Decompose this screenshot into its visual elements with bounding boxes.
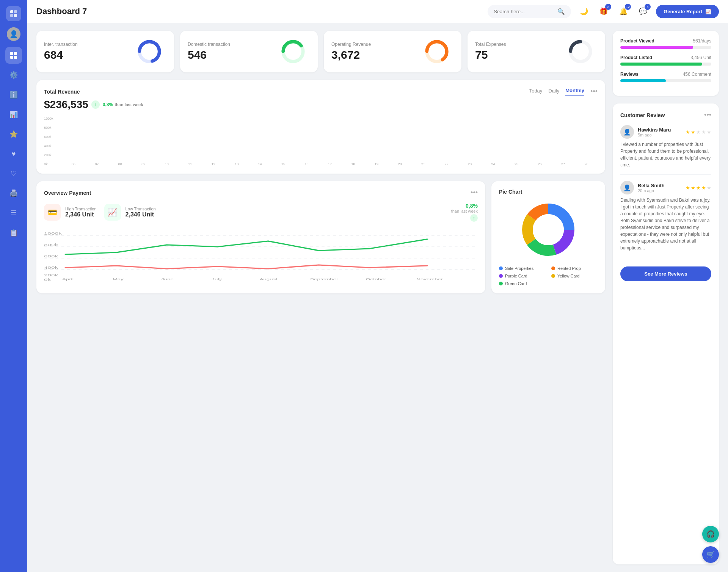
- svg-text:May: May: [113, 277, 124, 281]
- pie-container: Sale Properties Rented Prop Purple Card …: [499, 199, 598, 286]
- stat-chart-3: [567, 38, 598, 65]
- sidebar-item-dashboard[interactable]: [5, 47, 22, 64]
- bar-group: 19: [365, 160, 388, 166]
- progress-item-0: Product Viewed 561/days: [620, 38, 711, 49]
- dark-mode-toggle[interactable]: 🌙: [577, 5, 591, 18]
- stat-card-info-3: Total Expenses 75: [475, 42, 506, 61]
- sidebar-item-analytics[interactable]: 📊: [5, 106, 22, 123]
- legend-item-2: Purple Card: [499, 274, 545, 278]
- donut-svg-1: [280, 38, 306, 65]
- payment-stats: 💳 High Transaction 2,346 Unit 📈 Low Tran…: [44, 203, 478, 222]
- generate-report-button[interactable]: Generate Report 📈: [656, 5, 719, 18]
- bar-group: 07: [85, 160, 108, 166]
- see-more-reviews-button[interactable]: See More Reviews: [620, 266, 711, 281]
- content-right: Product Viewed 561/days Product Listed 3…: [613, 31, 719, 564]
- stat-chart-2: [424, 38, 454, 65]
- progress-fill-1: [620, 63, 702, 66]
- payment-trend-label: than last week: [451, 209, 478, 213]
- payment-title: Overview Payment: [44, 190, 91, 196]
- revenue-card: Total Revenue TodayDailyMonthly ••• $236…: [36, 80, 605, 174]
- search-icon: 🔍: [557, 8, 565, 15]
- revenue-tabs: TodayDailyMonthly •••: [529, 88, 598, 96]
- bar-group: 18: [342, 160, 364, 166]
- reviews-menu-dots[interactable]: •••: [704, 111, 711, 119]
- bar-group: 24: [482, 160, 504, 166]
- bar-group: 20: [389, 160, 411, 166]
- svg-text:800k: 800k: [44, 243, 58, 247]
- bar-group: 16: [295, 160, 318, 166]
- payment-up-icon: ↑: [470, 214, 478, 222]
- avatar[interactable]: 👤: [7, 27, 20, 41]
- stat-chart-0: [136, 38, 166, 65]
- bar-group: 13: [225, 160, 248, 166]
- svg-text:1000k: 1000k: [44, 232, 62, 235]
- sidebar: 👤 ⚙️ ℹ️ 📊 ⭐ ♥ ♡ 🖨️ ☰ 📋: [0, 0, 27, 572]
- revenue-header: Total Revenue TodayDailyMonthly •••: [44, 88, 598, 96]
- bell-badge: 12: [625, 4, 631, 10]
- sidebar-item-list[interactable]: 📋: [5, 224, 22, 241]
- sidebar-item-favorites[interactable]: ⭐: [5, 126, 22, 143]
- legend-dot-4: [499, 282, 503, 285]
- svg-rect-3: [14, 14, 17, 17]
- svg-text:July: July: [212, 277, 222, 281]
- revenue-tab-today[interactable]: Today: [529, 88, 543, 95]
- sidebar-item-print[interactable]: 🖨️: [5, 185, 22, 202]
- svg-rect-2: [10, 14, 13, 17]
- sidebar-item-settings[interactable]: ⚙️: [5, 67, 22, 83]
- reviews-list: 👤 Hawkins Maru 5m ago ★★★★★ I viewed a n…: [620, 125, 711, 257]
- progress-fill-0: [620, 46, 693, 49]
- sidebar-item-wishlist[interactable]: ♡: [5, 165, 22, 182]
- low-transaction-icon: 📈: [104, 204, 121, 221]
- progress-bar-1: [620, 63, 711, 66]
- stat-card-3: Total Expenses 75: [468, 31, 605, 72]
- revenue-title: Total Revenue: [44, 89, 80, 95]
- reviews-title: Customer Review: [620, 112, 665, 118]
- progress-bar-0: [620, 46, 711, 49]
- sidebar-item-info[interactable]: ℹ️: [5, 86, 22, 103]
- high-transaction-icon: 💳: [44, 204, 61, 221]
- review-item-1: 👤 Bella Smith 20m ago ★★★★★ Dealing with…: [620, 181, 711, 257]
- bar-group: 10: [155, 160, 178, 166]
- revenue-trend: 0,8% than last week: [103, 102, 143, 107]
- review-text-0: I viewed a number of properties with Jus…: [620, 141, 711, 168]
- bar-group: 26: [529, 160, 551, 166]
- search-input[interactable]: [494, 9, 554, 14]
- svg-rect-5: [14, 52, 17, 55]
- svg-text:November: November: [416, 277, 443, 281]
- header-icons: 🌙 🎁 2 🔔 12 💬 5 Generate Report 📈: [577, 5, 719, 18]
- pie-legend: Sale Properties Rented Prop Purple Card …: [499, 266, 598, 286]
- svg-rect-0: [10, 10, 13, 13]
- legend-item-3: Yellow Card: [551, 274, 598, 278]
- donut-svg-3: [567, 38, 594, 65]
- sidebar-item-likes[interactable]: ♥: [5, 146, 22, 162]
- stat-card-1: Domestic transaction 546: [180, 31, 318, 72]
- svg-text:600k: 600k: [44, 254, 58, 258]
- payment-menu-dots[interactable]: •••: [471, 189, 478, 197]
- search-box[interactable]: 🔍: [488, 5, 571, 18]
- gift-icon-btn[interactable]: 🎁 2: [597, 5, 610, 18]
- pie-card: Pie Chart: [491, 181, 605, 293]
- chat-icon-btn[interactable]: 💬 5: [636, 5, 650, 18]
- svg-text:0k: 0k: [44, 278, 51, 281]
- svg-text:June: June: [161, 277, 174, 281]
- legend-item-1: Rented Prop: [551, 266, 598, 271]
- svg-text:400k: 400k: [44, 266, 58, 270]
- review-item-0: 👤 Hawkins Maru 5m ago ★★★★★ I viewed a n…: [620, 125, 711, 175]
- revenue-tab-daily[interactable]: Daily: [548, 88, 559, 95]
- revenue-tab-monthly[interactable]: Monthly: [565, 88, 584, 96]
- bell-icon-btn[interactable]: 🔔 12: [617, 5, 630, 18]
- payment-trend-pct: 0,8%: [466, 203, 478, 209]
- sidebar-item-menu[interactable]: ☰: [5, 205, 22, 221]
- svg-point-39: [533, 214, 564, 245]
- revenue-menu-dots[interactable]: •••: [590, 88, 598, 96]
- review-text-1: Dealing with Syamsudin and Bakri was a j…: [620, 197, 711, 251]
- cart-button[interactable]: 🛒: [702, 546, 719, 563]
- chat-badge: 5: [645, 4, 651, 10]
- svg-rect-6: [10, 56, 13, 59]
- review-stars-0: ★★★★★: [686, 129, 711, 135]
- sidebar-logo[interactable]: [6, 6, 21, 21]
- svg-text:September: September: [310, 277, 338, 281]
- bar-group: 23: [458, 160, 481, 166]
- support-button[interactable]: 🎧: [702, 526, 719, 542]
- bar-group: 12: [202, 160, 224, 166]
